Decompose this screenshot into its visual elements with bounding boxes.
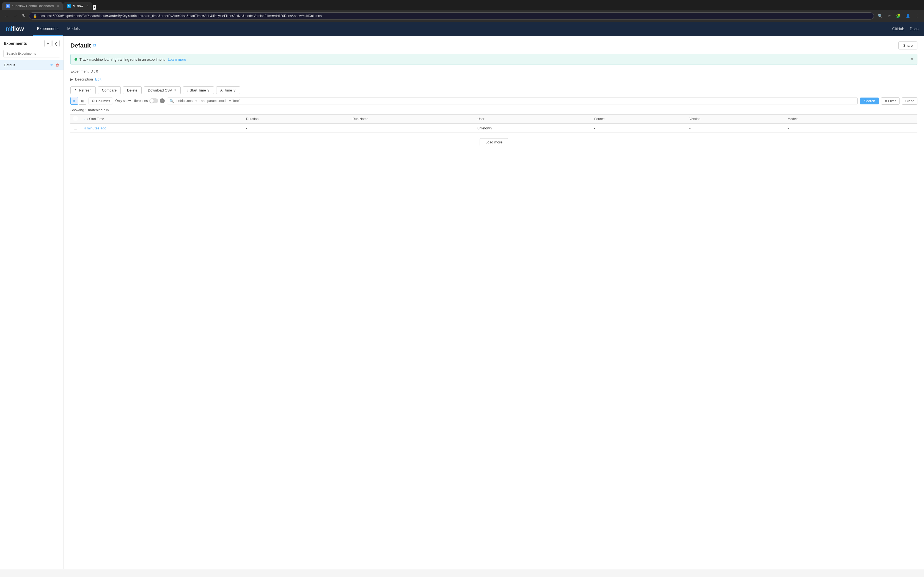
- load-more-button[interactable]: Load more: [480, 138, 508, 146]
- columns-button[interactable]: ⚙ Columns: [89, 98, 113, 105]
- header-user[interactable]: User: [474, 114, 591, 124]
- description-section: ▶ Description Edit: [70, 77, 918, 81]
- new-tab-button[interactable]: +: [93, 5, 96, 10]
- nav-right: GitHub Docs: [892, 27, 919, 31]
- forward-button[interactable]: →: [12, 12, 19, 19]
- columns-label: Columns: [96, 99, 110, 103]
- table-row: 4 minutes ago - unknown - - -: [70, 124, 918, 133]
- row-run-name: [349, 124, 474, 133]
- refresh-icon: ↻: [74, 88, 78, 92]
- collapse-sidebar-button[interactable]: ❮: [53, 40, 60, 47]
- compare-label: Compare: [102, 88, 116, 92]
- share-button[interactable]: Share: [898, 42, 918, 50]
- copy-experiment-icon[interactable]: ⧉: [93, 43, 96, 48]
- sidebar-search-container: [0, 50, 63, 60]
- tab-mlflow[interactable]: M MLflow ×: [63, 2, 92, 10]
- extensions-icon[interactable]: 🧩: [894, 13, 902, 19]
- list-view-icon: ≡: [73, 99, 75, 103]
- description-edit-link[interactable]: Edit: [95, 77, 101, 81]
- mlflow-tab-close[interactable]: ×: [86, 4, 88, 8]
- mlflow-tab-label: MLflow: [73, 4, 83, 8]
- header-version[interactable]: Version: [686, 114, 784, 124]
- info-banner-left: Track machine learning training runs in …: [74, 57, 186, 61]
- delete-button[interactable]: Delete: [123, 86, 142, 94]
- select-all-checkbox[interactable]: [74, 117, 77, 120]
- runs-search-input[interactable]: [176, 99, 855, 103]
- docs-link[interactable]: Docs: [910, 27, 919, 31]
- nav-experiments[interactable]: Experiments: [33, 22, 63, 36]
- github-link[interactable]: GitHub: [892, 27, 905, 31]
- row-checkbox-cell: [70, 124, 81, 133]
- description-toggle-button[interactable]: ▶: [70, 77, 73, 81]
- row-extra: [880, 124, 918, 133]
- top-nav: mlflow Experiments Models GitHub Docs: [0, 22, 924, 36]
- row-version: -: [686, 124, 784, 133]
- reload-button[interactable]: ↻: [21, 12, 27, 19]
- bookmarks-icon[interactable]: ☆: [886, 13, 893, 19]
- banner-close-button[interactable]: ×: [911, 57, 913, 62]
- header-source[interactable]: Source: [591, 114, 686, 124]
- row-duration: -: [243, 124, 349, 133]
- table-header-row: ↓ ↓ Start Time Duration Run Name User So…: [70, 114, 918, 124]
- search-input-container: 🔍: [167, 98, 858, 105]
- time-filter-button[interactable]: All time ∨: [216, 86, 240, 94]
- toggle-knob: [150, 99, 154, 103]
- only-diff-label: Only show differences: [115, 99, 148, 103]
- sidebar-item-default-label: Default: [4, 63, 15, 67]
- header-duration[interactable]: Duration: [243, 114, 349, 124]
- help-icon[interactable]: ?: [160, 98, 165, 103]
- time-filter-chevron-icon: ∨: [233, 88, 236, 92]
- matching-runs-text: Showing 1 matching run: [70, 108, 918, 112]
- sidebar-item-default[interactable]: Default ✏ 🗑: [0, 60, 63, 70]
- time-filter-label: All time: [220, 88, 232, 92]
- search-experiments-input[interactable]: [3, 50, 60, 57]
- grid-view-button[interactable]: ⊞: [79, 97, 86, 105]
- only-diff-toggle[interactable]: [149, 98, 158, 103]
- address-bar[interactable]: 🔒: [29, 12, 874, 19]
- sidebar-header-actions: + ❮: [44, 40, 60, 47]
- row-checkbox[interactable]: [74, 126, 77, 129]
- filter-button[interactable]: ≡ Filter: [881, 97, 899, 105]
- header-models[interactable]: Models: [784, 114, 880, 124]
- sort-icon: ↓: [84, 117, 86, 121]
- load-more-row: Load more: [70, 133, 918, 152]
- back-button[interactable]: ←: [3, 12, 10, 19]
- url-input[interactable]: [39, 14, 870, 18]
- help-icon-label: ?: [162, 99, 163, 103]
- row-start-time: 4 minutes ago: [81, 124, 243, 133]
- search-icon[interactable]: 🔍: [876, 13, 884, 19]
- kubeflow-tab-close[interactable]: ×: [57, 4, 59, 8]
- tab-kubeflow[interactable]: K Kubeflow Central Dashboard ×: [2, 2, 63, 10]
- header-run-name[interactable]: Run Name: [349, 114, 474, 124]
- description-toggle-icon: ▶: [70, 77, 73, 81]
- profile-icon[interactable]: 👤: [904, 13, 912, 19]
- search-runs-button[interactable]: Search: [860, 98, 879, 105]
- row-source: -: [591, 124, 686, 133]
- logo-flow: flow: [12, 25, 24, 32]
- page-title-row: Default ⧉: [70, 42, 96, 49]
- edit-experiment-button[interactable]: ✏: [50, 62, 54, 68]
- sort-start-time-button[interactable]: ↓ Start Time ∨: [183, 86, 214, 94]
- refresh-button[interactable]: ↻ Refresh: [70, 86, 96, 94]
- logo-ml: ml: [5, 25, 12, 32]
- nav-models[interactable]: Models: [63, 22, 84, 36]
- list-view-button[interactable]: ≡: [70, 97, 78, 105]
- load-more-cell: Load more: [70, 133, 918, 152]
- run-start-time-link[interactable]: 4 minutes ago: [84, 126, 107, 130]
- delete-experiment-button[interactable]: 🗑: [55, 62, 60, 68]
- header-start-time-label[interactable]: ↓ Start Time: [86, 117, 104, 121]
- download-csv-button[interactable]: Download CSV ⬇: [144, 86, 181, 94]
- compare-button[interactable]: Compare: [98, 86, 121, 94]
- info-banner: Track machine learning training runs in …: [70, 54, 918, 65]
- header-checkbox-cell: [70, 114, 81, 124]
- browser-chrome: K Kubeflow Central Dashboard × M MLflow …: [0, 0, 924, 22]
- add-experiment-button[interactable]: +: [44, 40, 52, 47]
- browser-tabs: K Kubeflow Central Dashboard × M MLflow …: [0, 0, 924, 10]
- clear-button[interactable]: Clear: [902, 97, 918, 105]
- content-area: Default ⧉ Share Track machine learning t…: [64, 36, 924, 569]
- columns-gear-icon: ⚙: [92, 99, 95, 103]
- description-label: Description: [75, 77, 93, 81]
- learn-more-link[interactable]: Learn more: [168, 57, 186, 61]
- menu-icon[interactable]: ⋮: [914, 13, 921, 19]
- app-container: mlflow Experiments Models GitHub Docs Ex…: [0, 22, 924, 577]
